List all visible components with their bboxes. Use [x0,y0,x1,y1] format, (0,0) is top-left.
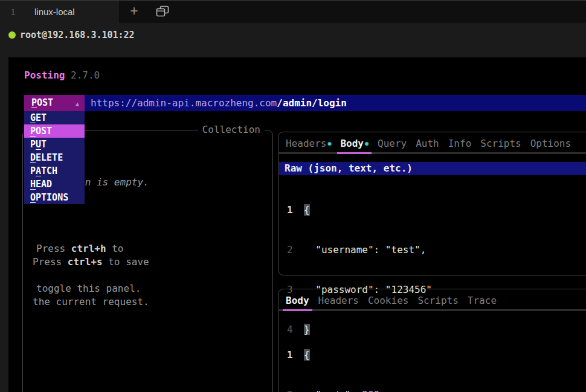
dropdown-arrow-icon: ▲ [76,95,79,112]
editor-line: 1{ [279,204,586,217]
request-tabs: Headers● Body● Query Auth Info Scripts O… [279,137,586,154]
collection-panel-title: Collection [198,124,265,136]
editor-line: 1{ [279,349,586,362]
tab-title: linux-local [34,1,75,23]
tab-info[interactable]: Info [448,137,472,152]
method-selector-button[interactable]: POST ▲ [24,95,85,111]
tab-options[interactable]: Options [530,137,571,152]
menu-item-patch[interactable]: PATCH [24,164,85,178]
menu-item-options[interactable]: OPTIONS [24,191,85,204]
posting-app: Posting 2.7.0 POST ▲ https://admin-api.m… [8,57,586,392]
ssh-prompt: root@192.168.3.101:22 [20,28,135,42]
terminal-tab-bar: 1 linux-local + [0,0,586,23]
menu-item-post[interactable]: POST [24,124,85,138]
menu-item-head[interactable]: HEAD [24,178,85,191]
menu-item-delete[interactable]: DELETE [24,151,85,164]
notification-dot-icon: ● [327,140,331,147]
tab-response-cookies[interactable]: Cookies [368,294,408,309]
tab-response-headers[interactable]: Headers [318,294,359,309]
response-body-viewer[interactable]: 1{ 2 "code": 200, 3 "message": "操作成功", 4… [279,322,586,392]
response-panel: Body Headers Cookies Scripts Trace 1{ 2 … [278,289,586,392]
plus-icon: + [130,3,138,19]
editor-line: 2 "username": "test", [279,243,586,257]
app-version: 2.7.0 [71,69,100,81]
terminal-window: 1 linux-local + root@192.168.3.101:22 Po… [0,0,586,392]
method-dropdown-menu: GET POST PUT DELETE PATCH HEAD OPTIONS [24,111,85,204]
tab-index: 1 [11,1,15,23]
response-tabs: Body Headers Cookies Scripts Trace [279,294,586,311]
new-tab-button[interactable]: + [124,1,144,23]
request-panel: Headers● Body● Query Auth Info Scripts O… [278,132,586,275]
toggle-panel-hint: Press ctrl+h to toggle this panel. [36,216,141,322]
tab-headers[interactable]: Headers● [286,137,331,152]
app-title: Posting 2.7.0 [24,70,100,81]
url-path: /admin/login [277,97,347,109]
editor-line: 2 "code": 200, [279,388,586,392]
menu-item-get[interactable]: GET [24,111,85,124]
tab-scripts[interactable]: Scripts [480,137,521,152]
toggle-hint-line1: Press ctrl+h to [36,242,141,255]
windows-icon [156,5,170,18]
toggle-hint-line2: toggle this panel. [36,282,141,295]
url-input[interactable]: https://admin-api.macrozheng.com/admin/l… [85,95,586,111]
new-window-button[interactable] [152,1,173,23]
menu-item-put[interactable]: PUT [24,138,85,151]
method-label: POST [31,97,53,108]
tab-response-trace[interactable]: Trace [468,294,497,309]
tab-body[interactable]: Body● [340,137,369,152]
url-scheme-host: https://admin-api.macrozheng.com [91,97,277,109]
tab-response-body[interactable]: Body [286,294,309,309]
tab-query[interactable]: Query [378,137,407,152]
connection-status-dot [8,31,16,39]
content-type-header[interactable]: Raw (json, text, etc.) [279,162,586,175]
notification-dot-icon: ● [365,140,369,147]
tab-response-scripts[interactable]: Scripts [417,294,458,309]
app-name: Posting [24,69,65,81]
terminal-tab-linux-local[interactable]: 1 linux-local [0,1,119,23]
tab-auth[interactable]: Auth [416,137,439,152]
